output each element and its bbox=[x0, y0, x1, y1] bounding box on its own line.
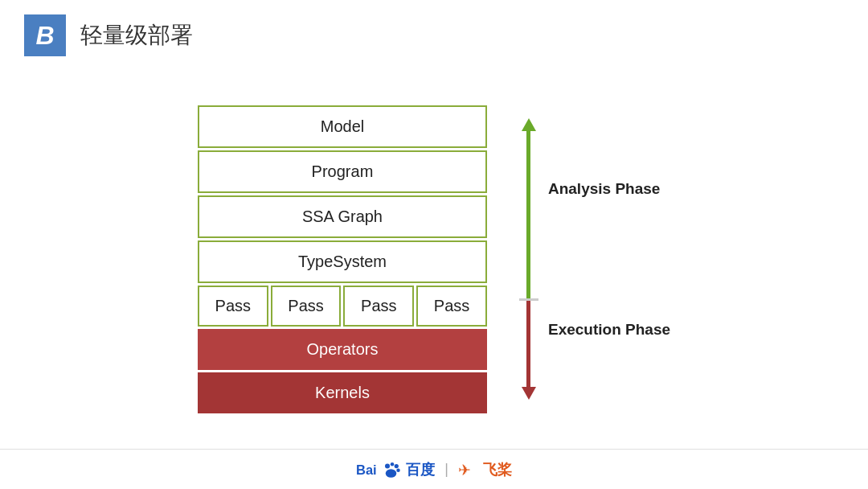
analysis-arrow bbox=[522, 118, 536, 298]
pass-label-3: Pass bbox=[361, 297, 396, 314]
pass-box-4: Pass bbox=[416, 286, 487, 327]
header: B 轻量级部署 bbox=[0, 0, 868, 71]
labels-column: Analysis Phase Execution Phase bbox=[548, 118, 670, 400]
pass-row: Pass Pass Pass Pass bbox=[198, 286, 487, 327]
svg-text:✈: ✈ bbox=[458, 462, 471, 479]
model-label: Model bbox=[321, 117, 364, 135]
feiliang-text: 飞桨 bbox=[483, 460, 512, 479]
pass-box-1: Pass bbox=[198, 286, 268, 327]
svg-point-2 bbox=[391, 462, 395, 466]
ssa-graph-label: SSA Graph bbox=[302, 208, 383, 225]
arrow-shaft-down bbox=[526, 301, 530, 387]
program-box: Program bbox=[198, 150, 487, 193]
svg-point-3 bbox=[395, 463, 399, 467]
feiliang-icon: ✈ bbox=[458, 460, 481, 479]
pass-box-2: Pass bbox=[271, 286, 342, 327]
analysis-phase-label: Analysis Phase bbox=[548, 180, 660, 198]
execution-phase-label-container: Execution Phase bbox=[548, 259, 670, 400]
svg-point-5 bbox=[386, 469, 397, 478]
operators-label: Operators bbox=[307, 340, 379, 358]
logo-badge: B bbox=[24, 14, 66, 56]
logo-letter: B bbox=[35, 21, 54, 51]
pass-box-3: Pass bbox=[343, 286, 414, 327]
svg-point-1 bbox=[385, 463, 390, 468]
kernels-box: Kernels bbox=[198, 372, 487, 413]
arrowhead-down-icon bbox=[522, 387, 536, 400]
page-title: 轻量级部署 bbox=[80, 20, 193, 51]
feiliang-logo: ✈ 飞桨 bbox=[458, 460, 512, 479]
arrows-labels: Analysis Phase Execution Phase bbox=[519, 118, 670, 400]
diagram: Model Program SSA Graph TypeSystem Pass … bbox=[198, 105, 670, 413]
baidu-text: 百度 bbox=[406, 460, 435, 479]
typesystem-label: TypeSystem bbox=[298, 253, 387, 270]
pass-label-2: Pass bbox=[288, 297, 323, 314]
operators-box: Operators bbox=[198, 329, 487, 370]
arrow-shaft-up bbox=[526, 131, 530, 298]
typesystem-box: TypeSystem bbox=[198, 240, 487, 283]
execution-phase-label: Execution Phase bbox=[548, 321, 670, 339]
kernels-label: Kernels bbox=[315, 384, 370, 401]
svg-point-4 bbox=[396, 468, 400, 472]
footer-divider: | bbox=[444, 461, 448, 478]
analysis-phase-label-container: Analysis Phase bbox=[548, 118, 670, 259]
arrow-column bbox=[519, 118, 538, 400]
execution-arrow bbox=[522, 301, 536, 400]
stack-diagram: Model Program SSA Graph TypeSystem Pass … bbox=[198, 105, 487, 413]
program-label: Program bbox=[312, 162, 374, 180]
baidu-logo-svg: Bai bbox=[356, 460, 404, 479]
arrowhead-up-icon bbox=[522, 118, 536, 131]
main-content: Model Program SSA Graph TypeSystem Pass … bbox=[0, 71, 868, 447]
model-box: Model bbox=[198, 105, 487, 148]
ssa-graph-box: SSA Graph bbox=[198, 195, 487, 238]
footer: Bai 百度 | ✈ 飞桨 bbox=[0, 449, 868, 489]
pass-label-1: Pass bbox=[215, 297, 251, 314]
baidu-logo: Bai 百度 bbox=[356, 460, 435, 479]
pass-label-4: Pass bbox=[434, 297, 469, 314]
svg-text:Bai: Bai bbox=[356, 462, 377, 477]
